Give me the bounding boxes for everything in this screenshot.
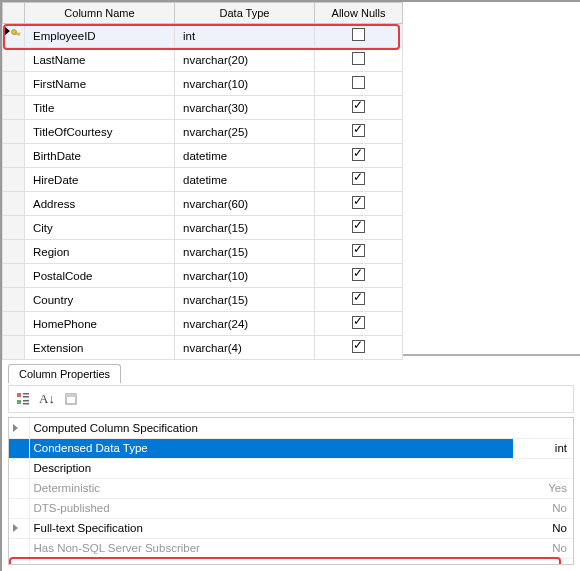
allow-nulls-cell[interactable] xyxy=(315,216,403,240)
allow-nulls-cell[interactable] xyxy=(315,48,403,72)
data-type-cell[interactable]: nvarchar(24) xyxy=(175,312,315,336)
allow-nulls-checkbox[interactable] xyxy=(352,268,365,281)
property-name[interactable]: Computed Column Specification xyxy=(29,418,513,438)
column-name-cell[interactable]: HireDate xyxy=(25,168,175,192)
data-type-cell[interactable]: nvarchar(25) xyxy=(175,120,315,144)
properties-pages-button[interactable] xyxy=(61,389,81,409)
row-gutter[interactable] xyxy=(3,216,25,240)
property-value[interactable]: int xyxy=(513,438,573,458)
table-row[interactable]: FirstNamenvarchar(10) xyxy=(3,72,403,96)
allow-nulls-cell[interactable] xyxy=(315,192,403,216)
allow-nulls-cell[interactable] xyxy=(315,240,403,264)
table-row[interactable]: EmployeeIDint xyxy=(3,24,403,48)
allow-nulls-checkbox[interactable] xyxy=(352,148,365,161)
column-name-cell[interactable]: City xyxy=(25,216,175,240)
allow-nulls-checkbox[interactable] xyxy=(352,292,365,305)
data-type-cell[interactable]: nvarchar(15) xyxy=(175,288,315,312)
row-gutter[interactable] xyxy=(3,144,25,168)
property-name[interactable]: Identity Specification xyxy=(29,558,513,565)
data-type-cell[interactable]: datetime xyxy=(175,144,315,168)
alphabetical-view-button[interactable]: A↓ xyxy=(37,389,57,409)
allow-nulls-checkbox[interactable] xyxy=(352,52,365,65)
row-gutter[interactable] xyxy=(3,192,25,216)
table-row[interactable]: Citynvarchar(15) xyxy=(3,216,403,240)
allow-nulls-checkbox[interactable] xyxy=(352,316,365,329)
allow-nulls-checkbox[interactable] xyxy=(352,100,365,113)
allow-nulls-cell[interactable] xyxy=(315,312,403,336)
row-gutter[interactable] xyxy=(3,264,25,288)
property-value[interactable]: No xyxy=(513,518,573,538)
allow-nulls-cell[interactable] xyxy=(315,120,403,144)
table-row[interactable]: TitleOfCourtesynvarchar(25) xyxy=(3,120,403,144)
property-name[interactable]: Condensed Data Type xyxy=(29,438,513,458)
property-row[interactable]: Full-text SpecificationNo xyxy=(9,518,573,538)
data-type-cell[interactable]: nvarchar(15) xyxy=(175,216,315,240)
property-value[interactable] xyxy=(513,418,573,438)
allow-nulls-checkbox[interactable] xyxy=(352,196,365,209)
expand-cell[interactable] xyxy=(9,518,29,538)
data-type-cell[interactable]: nvarchar(30) xyxy=(175,96,315,120)
table-row[interactable]: PostalCodenvarchar(10) xyxy=(3,264,403,288)
column-name-cell[interactable]: Address xyxy=(25,192,175,216)
table-row[interactable]: BirthDatedatetime xyxy=(3,144,403,168)
column-name-cell[interactable]: HomePhone xyxy=(25,312,175,336)
allow-nulls-checkbox[interactable] xyxy=(352,76,365,89)
row-gutter[interactable] xyxy=(3,120,25,144)
row-gutter[interactable] xyxy=(3,336,25,360)
allow-nulls-cell[interactable] xyxy=(315,288,403,312)
table-row[interactable]: Regionnvarchar(15) xyxy=(3,240,403,264)
property-row[interactable]: DTS-publishedNo xyxy=(9,498,573,518)
data-type-cell[interactable]: int xyxy=(175,24,315,48)
data-type-cell[interactable]: nvarchar(10) xyxy=(175,72,315,96)
column-name-cell[interactable]: LastName xyxy=(25,48,175,72)
property-value[interactable]: Yes xyxy=(513,478,573,498)
column-name-cell[interactable]: TitleOfCourtesy xyxy=(25,120,175,144)
allow-nulls-checkbox[interactable] xyxy=(352,124,365,137)
column-name-cell[interactable]: Country xyxy=(25,288,175,312)
property-row[interactable]: Computed Column Specification xyxy=(9,418,573,438)
allow-nulls-cell[interactable] xyxy=(315,24,403,48)
column-name-cell[interactable]: EmployeeID xyxy=(25,24,175,48)
table-row[interactable]: Countrynvarchar(15) xyxy=(3,288,403,312)
table-row[interactable]: Titlenvarchar(30) xyxy=(3,96,403,120)
property-value[interactable] xyxy=(513,458,573,478)
row-gutter[interactable] xyxy=(3,312,25,336)
property-row[interactable]: DeterministicYes xyxy=(9,478,573,498)
column-name-cell[interactable]: Extension xyxy=(25,336,175,360)
property-name[interactable]: Full-text Specification xyxy=(29,518,513,538)
allow-nulls-cell[interactable] xyxy=(315,72,403,96)
allow-nulls-cell[interactable] xyxy=(315,96,403,120)
table-row[interactable]: Addressnvarchar(60) xyxy=(3,192,403,216)
allow-nulls-checkbox[interactable] xyxy=(352,28,365,41)
data-type-cell[interactable]: nvarchar(20) xyxy=(175,48,315,72)
row-gutter[interactable] xyxy=(3,96,25,120)
property-row[interactable]: Identity SpecificationYes xyxy=(9,558,573,565)
allow-nulls-cell[interactable] xyxy=(315,144,403,168)
categorized-view-button[interactable] xyxy=(13,389,33,409)
expand-cell[interactable] xyxy=(9,418,29,438)
property-value[interactable]: Yes xyxy=(513,558,573,565)
data-type-cell[interactable]: nvarchar(15) xyxy=(175,240,315,264)
header-column-name[interactable]: Column Name xyxy=(25,3,175,24)
row-gutter[interactable] xyxy=(3,288,25,312)
data-type-cell[interactable]: nvarchar(10) xyxy=(175,264,315,288)
row-gutter[interactable] xyxy=(3,72,25,96)
property-name[interactable]: Description xyxy=(29,458,513,478)
data-type-cell[interactable]: datetime xyxy=(175,168,315,192)
row-gutter[interactable] xyxy=(3,48,25,72)
allow-nulls-cell[interactable] xyxy=(315,336,403,360)
allow-nulls-checkbox[interactable] xyxy=(352,172,365,185)
row-gutter[interactable] xyxy=(3,240,25,264)
table-row[interactable]: HireDatedatetime xyxy=(3,168,403,192)
column-name-cell[interactable]: PostalCode xyxy=(25,264,175,288)
column-name-cell[interactable]: Region xyxy=(25,240,175,264)
property-row[interactable]: Condensed Data Typeint xyxy=(9,438,573,458)
property-row[interactable]: Has Non-SQL Server SubscriberNo xyxy=(9,538,573,558)
property-name[interactable]: DTS-published xyxy=(29,498,513,518)
table-row[interactable]: LastNamenvarchar(20) xyxy=(3,48,403,72)
allow-nulls-checkbox[interactable] xyxy=(352,340,365,353)
property-value[interactable]: No xyxy=(513,538,573,558)
tab-column-properties[interactable]: Column Properties xyxy=(8,364,121,383)
column-name-cell[interactable]: Title xyxy=(25,96,175,120)
property-name[interactable]: Has Non-SQL Server Subscriber xyxy=(29,538,513,558)
